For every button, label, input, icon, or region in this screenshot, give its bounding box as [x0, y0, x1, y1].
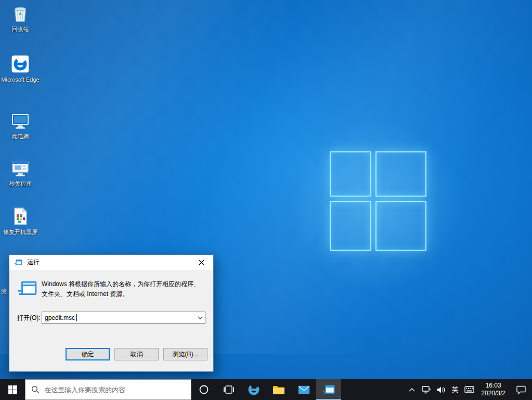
search-icon — [31, 385, 40, 394]
taskbar-run-app-button[interactable] — [316, 379, 341, 400]
recycle-bin-icon — [10, 3, 31, 24]
desktop-icon-label: 修复开机黑屏 — [3, 229, 37, 236]
clock-date: 2020/3/2 — [481, 390, 505, 397]
windows-logo-pane — [330, 201, 371, 251]
ime-label: 英 — [452, 385, 459, 394]
run-dialog-titlebar[interactable]: 运行 — [9, 255, 213, 270]
desktop-icon-partial-label[interactable]: 测 — [1, 288, 7, 295]
windows-logo — [330, 151, 426, 251]
run-dialog: 运行 Windows 将根据你所输入的名称，为你打开相应的程序、 文件夹、文档或… — [9, 254, 214, 372]
desktop-icon-label: 回收站 — [12, 26, 29, 33]
search-input[interactable] — [44, 386, 185, 394]
edge-icon — [247, 383, 261, 396]
windows-logo-pane — [375, 151, 426, 197]
windows-logo-pane — [330, 151, 371, 197]
tray-overflow-button[interactable] — [405, 379, 419, 400]
network-tray-button[interactable] — [419, 379, 434, 400]
taskbar: 英 16:03 2020/3/2 — [0, 379, 532, 400]
program-window-icon — [10, 158, 31, 178]
text-caret — [76, 314, 77, 321]
keyboard-icon — [464, 386, 474, 393]
run-icon — [322, 383, 335, 396]
run-dialog-icon — [17, 279, 37, 299]
close-icon[interactable] — [189, 255, 213, 270]
touch-keyboard-button[interactable] — [462, 379, 476, 400]
desktop-icon-recycle-bin[interactable]: 回收站 — [1, 3, 40, 33]
taskbar-mail-button[interactable] — [291, 379, 316, 400]
run-dialog-description: Windows 将根据你所输入的名称，为你打开相应的程序、 文件夹、文档或 In… — [42, 279, 200, 299]
open-label: 打开(O): — [17, 314, 41, 322]
taskbar-clock[interactable]: 16:03 2020/3/2 — [476, 379, 510, 400]
start-button[interactable] — [0, 379, 25, 400]
browse-button[interactable]: 浏览(B)... — [163, 348, 207, 360]
desktop-icon-label: Microsoft Edge — [1, 76, 39, 83]
desktop-icon-microsoft-edge[interactable]: Microsoft Edge — [1, 54, 40, 83]
ime-indicator[interactable]: 英 — [448, 379, 462, 400]
desktop-icon-label: 秒关程序 — [9, 180, 32, 187]
network-icon — [422, 386, 431, 394]
desktop-icon-fix-black-screen[interactable]: 修复开机黑屏 — [1, 206, 40, 236]
desktop-icon-this-pc[interactable]: 此电脑 — [1, 110, 40, 140]
desktop-icon-quick-close-program[interactable]: 秒关程序 — [1, 158, 40, 187]
system-tray: 英 16:03 2020/3/2 — [405, 379, 532, 400]
chevron-up-icon — [409, 388, 415, 392]
desktop: 回收站 Microsoft Edge 此电脑 — [0, 0, 532, 400]
taskbar-search-box[interactable] — [25, 379, 191, 400]
task-view-button[interactable] — [216, 379, 241, 400]
windows-start-icon — [8, 385, 17, 394]
taskbar-edge-button[interactable] — [241, 379, 266, 400]
taskbar-file-explorer-button[interactable] — [266, 379, 291, 400]
windows-logo-pane — [375, 201, 426, 251]
folder-icon — [273, 384, 285, 395]
chevron-down-icon[interactable] — [195, 312, 205, 323]
task-view-icon — [224, 385, 234, 394]
dialog-button-row: 确定 取消 浏览(B)... — [9, 348, 207, 360]
cancel-button[interactable]: 取消 — [114, 348, 159, 360]
desktop-icon-label: 此电脑 — [12, 133, 29, 140]
speaker-icon — [437, 386, 446, 394]
mail-icon — [298, 385, 310, 394]
ok-button[interactable]: 确定 — [66, 348, 110, 360]
run-command-input[interactable] — [42, 314, 195, 321]
cortana-icon — [199, 384, 209, 395]
cortana-button[interactable] — [191, 379, 216, 400]
clock-time: 16:03 — [486, 382, 501, 390]
edge-icon — [10, 54, 31, 74]
volume-tray-button[interactable] — [434, 379, 448, 400]
run-icon — [14, 259, 22, 267]
document-pixels-icon — [10, 206, 31, 227]
run-command-combobox[interactable] — [42, 312, 205, 324]
description-line-2: 文件夹、文档或 Internet 资源。 — [42, 289, 200, 299]
description-line-1: Windows 将根据你所输入的名称，为你打开相应的程序、 — [42, 279, 200, 289]
action-center-button[interactable] — [510, 379, 532, 400]
this-pc-icon — [10, 110, 31, 131]
action-center-icon — [516, 385, 526, 394]
dialog-title: 运行 — [27, 258, 40, 267]
